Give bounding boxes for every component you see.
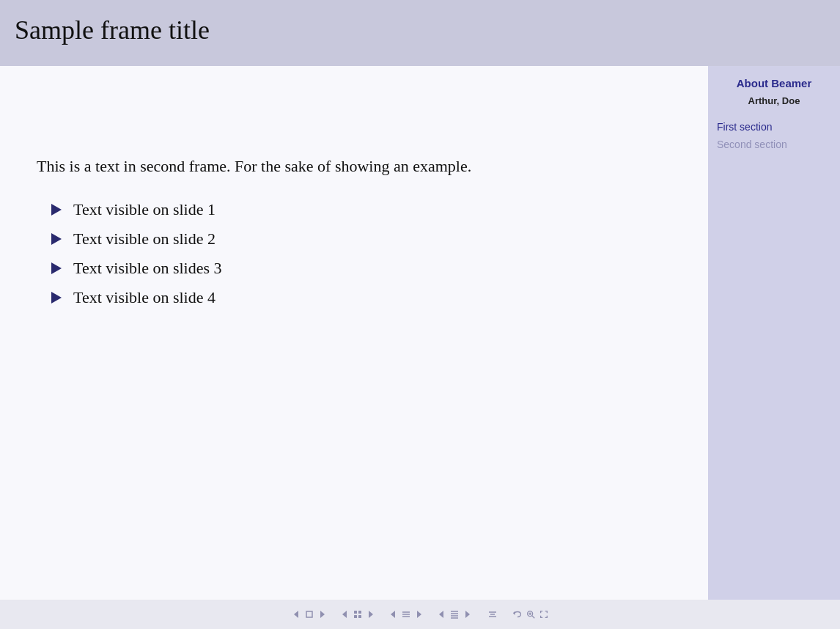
nav-square-icon[interactable] [304, 609, 314, 619]
bullet-text-3: Text visible on slides 3 [73, 259, 222, 278]
nav-right2-icon[interactable] [366, 609, 376, 619]
bullet-text-2: Text visible on slide 2 [73, 229, 215, 249]
bullet-arrow-icon [51, 233, 62, 245]
svg-marker-0 [294, 611, 298, 618]
list-item: Text visible on slides 3 [51, 259, 671, 278]
nav-right-icon[interactable] [317, 609, 328, 619]
list-item: Text visible on slide 4 [51, 288, 671, 307]
sidebar-item-first-section[interactable]: First section [717, 121, 831, 133]
nav-left3-icon[interactable] [388, 609, 398, 619]
list-item: Text visible on slide 2 [51, 229, 671, 249]
slide-container: Sample frame title This is a text in sec… [0, 0, 840, 629]
sidebar-presentation-title: About Beamer [717, 77, 831, 89]
sidebar-item-second-section[interactable]: Second section [717, 139, 831, 150]
bullet-arrow-icon [51, 204, 62, 216]
content-pane: This is a text in second frame. For the … [0, 66, 708, 600]
svg-rect-6 [354, 615, 357, 618]
svg-line-25 [532, 616, 535, 619]
svg-marker-19 [465, 611, 470, 618]
bullet-text-1: Text visible on slide 1 [73, 200, 215, 219]
svg-rect-4 [354, 611, 357, 614]
svg-rect-5 [358, 611, 361, 614]
fullscreen-icon[interactable] [539, 609, 549, 619]
slide-footer [0, 600, 840, 629]
nav-lines-icon[interactable] [401, 609, 411, 619]
nav-grid-icon[interactable] [353, 609, 363, 619]
nav-left2-icon[interactable] [339, 609, 350, 619]
bullet-list: Text visible on slide 1 Text visible on … [37, 200, 671, 317]
list-item: Text visible on slide 1 [51, 200, 671, 219]
content-paragraph: This is a text in second frame. For the … [37, 154, 671, 178]
footer-navigation [291, 609, 549, 619]
nav-left4-icon[interactable] [436, 609, 446, 619]
sidebar: About Beamer Arthur, Doe First section S… [708, 66, 840, 600]
svg-marker-9 [391, 611, 395, 618]
svg-marker-8 [369, 611, 373, 618]
align-icon[interactable] [487, 609, 498, 619]
main-area: This is a text in second frame. For the … [0, 66, 840, 600]
nav-lines2-icon[interactable] [449, 609, 460, 619]
svg-marker-3 [342, 611, 347, 618]
sidebar-author: Arthur, Doe [717, 95, 831, 106]
zoom-icon[interactable] [526, 609, 536, 619]
svg-marker-14 [439, 611, 443, 618]
slide-title: Sample frame title [15, 7, 825, 45]
undo-icon[interactable] [512, 609, 523, 619]
svg-rect-7 [358, 615, 361, 618]
svg-marker-2 [320, 611, 325, 618]
slide-header: Sample frame title [0, 0, 840, 66]
nav-right3-icon[interactable] [414, 609, 424, 619]
bullet-arrow-icon [51, 262, 62, 274]
svg-rect-1 [306, 611, 312, 617]
nav-right4-icon[interactable] [463, 609, 473, 619]
bullet-arrow-icon [51, 292, 62, 304]
bullet-text-4: Text visible on slide 4 [73, 288, 215, 307]
svg-marker-13 [417, 611, 421, 618]
svg-marker-23 [513, 611, 515, 615]
nav-left-icon[interactable] [291, 609, 301, 619]
